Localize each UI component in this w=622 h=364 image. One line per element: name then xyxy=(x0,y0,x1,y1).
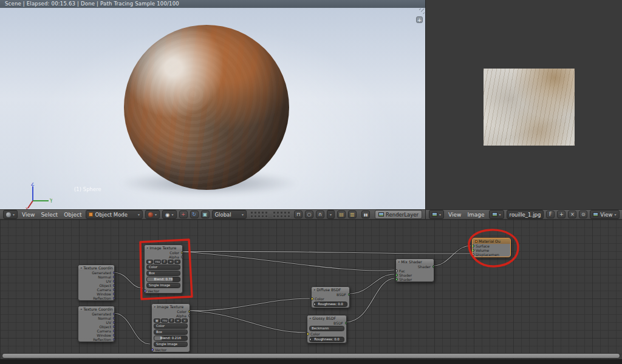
socket-alpha[interactable] xyxy=(188,314,190,317)
snap-magnet-button[interactable]: ∩ xyxy=(316,211,324,218)
socket-color[interactable] xyxy=(188,310,190,313)
lock-to-scene-button[interactable]: ⊓ xyxy=(294,211,302,218)
socket-fac[interactable] xyxy=(396,269,398,272)
distribution-select[interactable]: Beckmann xyxy=(309,326,344,331)
socket-uv[interactable] xyxy=(113,321,115,324)
mode-select[interactable]: Object Mode ▾ xyxy=(86,210,143,219)
menu-image[interactable]: Image xyxy=(465,212,486,218)
area-corner-handle[interactable] xyxy=(416,8,425,17)
socket-camera[interactable] xyxy=(113,329,115,332)
socket-shader-1[interactable] xyxy=(396,274,398,277)
socket-uv[interactable] xyxy=(113,280,115,283)
blend-slider[interactable]: Blend: 0.216 xyxy=(154,335,188,341)
socket-vector[interactable] xyxy=(152,348,154,351)
socket-roughness[interactable] xyxy=(309,338,312,341)
unlink-image-button[interactable]: × xyxy=(174,260,180,264)
source-select[interactable]: Single Image xyxy=(154,342,188,347)
node-texture-coordinate-1[interactable]: ▸Texture Coordin Generated Normal UV Obj… xyxy=(78,265,115,301)
browse-image-icon[interactable]: ▦ xyxy=(154,318,160,323)
socket-surface[interactable] xyxy=(473,244,474,248)
socket-window[interactable] xyxy=(113,334,115,337)
3d-viewport[interactable]: Scene | Elapsed: 00:15.63 | Done | Path … xyxy=(0,0,425,209)
renderlayer-button[interactable]: RenderLayer xyxy=(375,210,422,219)
pivot-select[interactable]: ◉▾ xyxy=(162,210,176,219)
socket-roughness[interactable] xyxy=(313,303,316,306)
socket-alpha[interactable] xyxy=(181,255,183,258)
node-title[interactable]: ▸Image Texture xyxy=(145,245,182,251)
socket-displacement[interactable] xyxy=(473,253,474,256)
socket-reflection[interactable] xyxy=(113,338,115,341)
image-id-selector[interactable]: ▦ rouille_1.jpg F + × xyxy=(154,318,188,323)
roughness-slider[interactable]: Roughness: 0.0 xyxy=(309,337,344,342)
render-result-area[interactable]: Z Y X (1) Sphere + xyxy=(0,8,425,209)
socket-color[interactable] xyxy=(307,332,309,335)
menu-view[interactable]: View xyxy=(20,212,36,218)
browse-image-icon[interactable]: ▦ xyxy=(146,260,153,264)
socket-object[interactable] xyxy=(113,325,115,328)
fake-user-button[interactable]: F xyxy=(546,211,555,218)
node-title[interactable]: ▸Texture Coordin xyxy=(78,265,114,271)
node-editor[interactable]: ▸Texture Coordin Generated Normal UV Obj… xyxy=(0,220,622,364)
orientation-select[interactable]: Global ▾ xyxy=(212,210,247,219)
menu-view-image-editor[interactable]: View xyxy=(446,212,463,218)
fake-user-button[interactable]: F xyxy=(162,260,167,264)
colorspace-select[interactable]: Color xyxy=(146,265,180,270)
socket-color[interactable] xyxy=(181,251,183,254)
roughness-slider[interactable]: Roughness: 0.0 xyxy=(313,302,347,307)
layer-buttons-group-1[interactable] xyxy=(250,211,268,218)
node-diffuse-bsdf[interactable]: ▸Diffuse BSDF BSDF Color Roughness: 0.0 xyxy=(311,286,350,308)
node-image-texture-2[interactable]: ▸Image Texture Color Alpha ▦ rouille_1.j… xyxy=(151,303,190,352)
uv-image-editor[interactable] xyxy=(425,0,622,209)
socket-camera[interactable] xyxy=(113,288,115,291)
render-opengl-still-button[interactable]: ▤ xyxy=(337,211,346,218)
socket-volume[interactable] xyxy=(473,249,474,252)
node-title[interactable]: ▸Image Texture xyxy=(152,304,190,309)
editor-type-select-image[interactable]: ▾ xyxy=(429,210,444,219)
source-select[interactable]: Single Image xyxy=(146,283,180,288)
new-image-button[interactable]: + xyxy=(168,260,174,264)
node-title[interactable]: ▸Mix Shader xyxy=(396,259,434,265)
projection-select[interactable]: Box xyxy=(154,329,188,335)
image-id-selector[interactable]: ▦ rouille_1.jpg F + × xyxy=(146,260,180,264)
socket-normal[interactable] xyxy=(113,275,115,278)
node-texture-coordinate-2[interactable]: ▸Texture Coordin Generated Normal UV Obj… xyxy=(78,306,115,342)
socket-normal[interactable] xyxy=(113,317,115,320)
node-title[interactable]: ▸Texture Coordin xyxy=(78,306,114,312)
node-title[interactable]: ▸Glossy BSDF xyxy=(307,315,346,321)
socket-shader-out[interactable] xyxy=(432,265,434,268)
editor-type-select[interactable]: ▾ xyxy=(3,210,18,219)
node-mix-shader[interactable]: ▸Mix Shader Shader Fac Shader Shader xyxy=(395,258,434,282)
layer-buttons-group-2[interactable] xyxy=(273,211,290,218)
snap-target-select[interactable]: ▾ xyxy=(327,210,335,219)
socket-generated[interactable] xyxy=(113,312,115,315)
blend-slider[interactable]: Blend: 0.78 xyxy=(146,277,180,282)
socket-bsdf[interactable] xyxy=(348,293,350,296)
image-browse-select[interactable]: ▾ xyxy=(489,210,504,219)
image-name-field[interactable]: rouille_1.jpg xyxy=(507,210,544,219)
unlink-image-button[interactable]: × xyxy=(568,211,576,218)
node-image-texture-1[interactable]: ▸Image Texture Color Alpha ▦ rouille_1.j… xyxy=(144,244,183,294)
new-image-button[interactable]: + xyxy=(557,211,566,218)
socket-window[interactable] xyxy=(113,292,115,295)
socket-generated[interactable] xyxy=(113,271,115,274)
socket-reflection[interactable] xyxy=(113,297,115,300)
pin-button[interactable]: ⊙ xyxy=(579,211,587,218)
node-glossy-bsdf[interactable]: ▸Glossy BSDF BSDF Beckmann Color Roughne… xyxy=(307,315,347,343)
node-title[interactable]: ▸Diffuse BSDF xyxy=(312,287,349,292)
display-mode-select[interactable]: View ▾ xyxy=(590,210,619,219)
manipulator-translate-button[interactable]: + xyxy=(179,211,188,218)
image-name[interactable]: rouille_1.jpg xyxy=(154,260,162,264)
manipulator-rotate-button[interactable]: ↻ xyxy=(190,211,199,218)
unlink-image-button[interactable]: × xyxy=(182,318,188,323)
new-image-button[interactable]: + xyxy=(175,318,181,323)
add-area-icon[interactable]: + xyxy=(416,16,423,23)
fake-user-button[interactable]: F xyxy=(169,318,174,323)
manipulator-scale-button[interactable]: ▣ xyxy=(201,211,210,218)
node-title[interactable]: Material Ou xyxy=(473,238,510,244)
socket-vector[interactable] xyxy=(145,289,146,292)
socket-bsdf[interactable] xyxy=(345,322,347,325)
pause-render-button[interactable]: ▮▮ xyxy=(361,211,370,218)
node-editor-horizontal-scrollbar[interactable] xyxy=(2,353,620,359)
colorspace-select[interactable]: Color xyxy=(154,323,188,329)
proportional-edit-button[interactable]: ○ xyxy=(305,211,313,218)
